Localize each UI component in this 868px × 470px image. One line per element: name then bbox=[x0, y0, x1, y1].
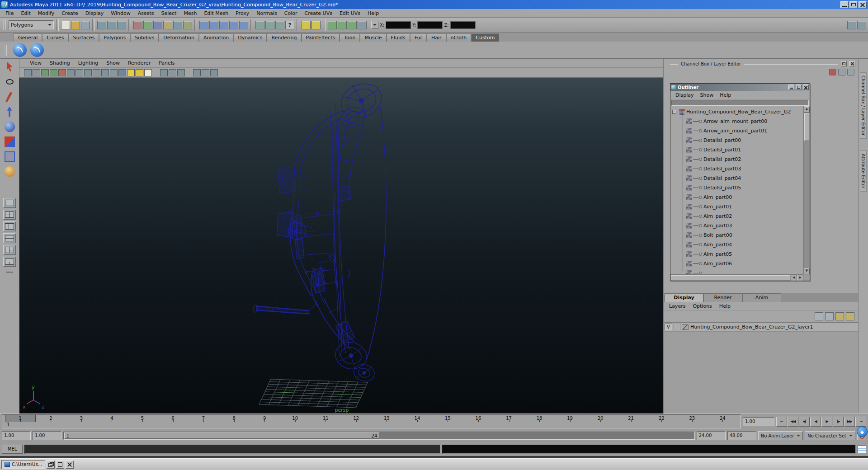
shelf-tab[interactable]: Toon bbox=[340, 33, 360, 42]
panel-menu-item[interactable]: Shading bbox=[46, 60, 74, 66]
shelf-tab[interactable]: Fur bbox=[410, 33, 427, 42]
frame-tick[interactable]: 13 bbox=[372, 415, 402, 422]
save-scene-icon[interactable] bbox=[81, 21, 90, 29]
four-pane-layout-button[interactable] bbox=[3, 210, 16, 220]
shelf-tab[interactable]: Dynamics bbox=[233, 33, 267, 42]
anim-layer-dropdown[interactable]: No Anim Layer bbox=[758, 431, 803, 440]
perspective-viewport[interactable]: y x z persp bbox=[19, 78, 663, 414]
outliner-item[interactable]: Aim_part04 bbox=[670, 240, 803, 249]
panel-menu-item[interactable]: Lighting bbox=[74, 60, 102, 66]
help-icon[interactable]: ? bbox=[285, 21, 294, 29]
frame-tick[interactable]: 9 bbox=[249, 415, 280, 422]
maximize-button[interactable] bbox=[849, 1, 858, 8]
outliner-item[interactable]: Detailsl_part03 bbox=[670, 164, 803, 174]
group-separator[interactable] bbox=[323, 19, 326, 31]
lasso-select-tool[interactable] bbox=[3, 75, 16, 88]
z-input[interactable] bbox=[450, 21, 476, 29]
command-result-field[interactable] bbox=[442, 445, 856, 454]
outliner-item[interactable]: Aim_part00 bbox=[670, 193, 803, 202]
layer-menu-item[interactable]: Help bbox=[716, 303, 734, 310]
step-back-one-frame-button[interactable]: ◀| bbox=[799, 417, 810, 427]
scale-tool[interactable] bbox=[3, 135, 16, 148]
outliner-item[interactable]: Detailsl_part05 bbox=[670, 183, 803, 193]
snap-align-icon[interactable] bbox=[829, 69, 836, 75]
group-separator[interactable] bbox=[92, 19, 95, 31]
taskbar-restore-icon[interactable] bbox=[47, 461, 55, 469]
range-start-handle[interactable]: 1 bbox=[66, 433, 69, 438]
frame-tick[interactable]: 4 bbox=[97, 415, 127, 422]
frame-tick[interactable]: 2 bbox=[36, 415, 66, 422]
snap-to-curve-icon[interactable] bbox=[209, 21, 218, 29]
layer-move-up-icon[interactable] bbox=[835, 312, 844, 320]
isolate-select-icon[interactable] bbox=[160, 69, 168, 76]
outliner-item[interactable]: Aim_part02 bbox=[670, 212, 803, 221]
outliner-item[interactable]: Aim_part03 bbox=[670, 221, 803, 230]
handles-mask-icon[interactable] bbox=[143, 21, 152, 29]
output-of-selected-icon[interactable] bbox=[265, 21, 274, 29]
snap-to-view-plane-icon[interactable] bbox=[229, 21, 238, 29]
command-language-button[interactable]: MEL bbox=[2, 445, 23, 454]
group-separator[interactable] bbox=[194, 19, 197, 31]
universal-manipulator-tool[interactable] bbox=[3, 150, 16, 163]
command-input-field[interactable] bbox=[24, 445, 440, 454]
range-slider-bar[interactable]: 1 24 bbox=[64, 432, 379, 439]
animation-end-field[interactable]: 48.00 bbox=[727, 431, 756, 440]
undock-panel-icon[interactable] bbox=[841, 61, 847, 66]
go-to-playback-start-button[interactable]: ⇤ bbox=[776, 417, 787, 427]
curves-mask-icon[interactable] bbox=[163, 21, 172, 29]
shadows-icon[interactable] bbox=[136, 69, 143, 76]
film-gate-icon[interactable] bbox=[50, 69, 57, 76]
outliner-item[interactable]: Aim_part06 bbox=[670, 259, 803, 268]
menu-item[interactable]: Create bbox=[58, 10, 82, 17]
menu-item[interactable]: Color bbox=[281, 10, 301, 17]
open-scene-icon[interactable] bbox=[71, 21, 80, 29]
frame-tick[interactable]: 21 bbox=[616, 415, 646, 422]
outliner-close-button[interactable] bbox=[803, 85, 809, 90]
input-to-selected-icon[interactable] bbox=[255, 21, 264, 29]
time-slider[interactable]: 123456789101112131415161718192021222324 … bbox=[2, 414, 741, 428]
move-tool[interactable] bbox=[3, 105, 16, 118]
outliner-item[interactable]: Detailsl_part00 bbox=[670, 136, 803, 145]
frame-tick[interactable]: 17 bbox=[494, 415, 524, 422]
two-pane-stacked-layout-button[interactable] bbox=[3, 233, 16, 243]
ipr-render-icon[interactable] bbox=[348, 21, 357, 29]
selection-mode-dropdown[interactable]: Polygons bbox=[9, 20, 54, 29]
layer-visibility-toggle[interactable]: V bbox=[665, 324, 672, 330]
group-separator[interactable] bbox=[297, 19, 299, 31]
wireframe-icon[interactable] bbox=[101, 69, 109, 76]
frame-tick[interactable]: 23 bbox=[677, 415, 708, 422]
collapse-expander-icon[interactable]: - bbox=[672, 110, 676, 114]
layer-display-type-toggle[interactable] bbox=[673, 324, 681, 330]
shelf-tab[interactable]: Rendering bbox=[267, 33, 301, 42]
remote-support-overlay-icon[interactable] bbox=[857, 426, 868, 437]
select-component-icon[interactable] bbox=[117, 21, 126, 29]
menu-item[interactable]: Modify bbox=[34, 10, 58, 17]
frame-tick[interactable]: 22 bbox=[646, 415, 677, 422]
outliner-item[interactable]: Arrow_aim_mount_part01 bbox=[670, 126, 803, 136]
menu-item[interactable]: Window bbox=[107, 10, 134, 17]
group-separator[interactable] bbox=[128, 19, 131, 31]
panel-menu-item[interactable]: View bbox=[26, 60, 46, 66]
textured-icon[interactable] bbox=[118, 69, 126, 76]
outliner-maximize-button[interactable] bbox=[796, 85, 802, 90]
scrollbar-thumb[interactable] bbox=[804, 113, 809, 141]
exposure-icon[interactable] bbox=[193, 69, 201, 76]
shelf-tab[interactable]: Hair bbox=[427, 33, 446, 42]
outliner-item[interactable]: Detailsl_part02 bbox=[670, 155, 803, 164]
pick-pointer-icon[interactable] bbox=[847, 69, 854, 75]
frame-tick[interactable]: 10 bbox=[280, 415, 311, 422]
use-all-lights-icon[interactable] bbox=[127, 69, 135, 76]
play-forwards-button[interactable]: ▶ bbox=[821, 417, 832, 427]
shaded-icon[interactable] bbox=[110, 69, 118, 76]
outliner-menu-item[interactable]: Display bbox=[672, 92, 697, 99]
menu-item[interactable]: Proxy bbox=[232, 10, 253, 17]
close-button[interactable] bbox=[859, 1, 867, 8]
frame-tick[interactable]: 12 bbox=[341, 415, 372, 422]
xray-joints-icon[interactable] bbox=[177, 69, 185, 76]
single-pane-layout-button[interactable] bbox=[3, 198, 16, 208]
minimize-button[interactable] bbox=[840, 1, 849, 8]
layer-editor-tab[interactable]: Anim bbox=[742, 293, 781, 302]
grid-icon[interactable] bbox=[41, 69, 49, 76]
playback-start-field[interactable]: 1.00 bbox=[33, 431, 61, 440]
shelf-tab[interactable]: Animation bbox=[199, 33, 233, 42]
